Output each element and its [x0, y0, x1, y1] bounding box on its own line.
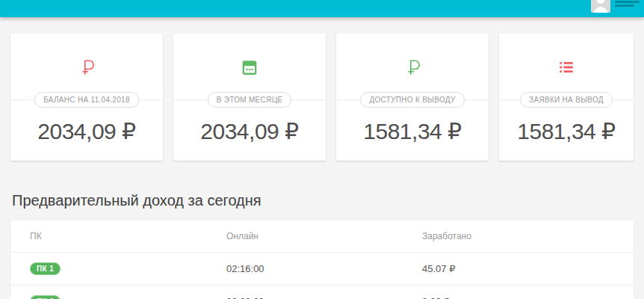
avatar-torso: [594, 7, 607, 13]
earned-cell: 45.07 ₽: [422, 263, 614, 274]
card-value: 1581,34 ₽: [336, 118, 489, 144]
user-menu[interactable]: [591, 0, 640, 13]
calendar-icon: [173, 57, 326, 78]
card-label-badge: ДОСТУПНО К ВЫВОДУ: [360, 92, 464, 108]
col-header-pc: ПК: [30, 231, 226, 241]
card-label-row: БАЛАНС НА 11.04.2018: [10, 90, 163, 108]
card-label-row: В ЭТОМ МЕСЯЦЕ: [173, 90, 326, 108]
ruble-icon: [10, 57, 163, 78]
ruble-icon: [336, 57, 489, 78]
user-avatar-icon[interactable]: [591, 0, 610, 13]
card-withdraw-requests: ЗАЯВКИ НА ВЫВОД 1581,34 ₽: [499, 34, 634, 161]
card-label-badge: В ЭТОМ МЕСЯЦЕ: [208, 92, 292, 108]
earned-cell: 0.00 ₽: [422, 296, 614, 299]
table-header-row: ПК Онлайн Заработано: [10, 221, 634, 253]
card-label-row: ЗАЯВКИ НА ВЫВОД: [499, 90, 634, 108]
col-header-online: Онлайн: [226, 231, 422, 241]
pc-badge: ПК 1: [30, 262, 61, 275]
main-content: БАЛАНС НА 11.04.2018 2034,09 ₽ В ЭТОМ МЕ…: [0, 34, 644, 299]
card-label-badge: ЗАЯВКИ НА ВЫВОД: [520, 92, 613, 108]
card-value: 2034,09 ₽: [10, 118, 163, 144]
card-this-month: В ЭТОМ МЕСЯЦЕ 2034,09 ₽: [173, 34, 326, 161]
card-label-badge: БАЛАНС НА 11.04.2018: [34, 92, 139, 108]
table-row: ПК 2 00:00:00 0.00 ₽: [10, 286, 634, 299]
summary-cards: БАЛАНС НА 11.04.2018 2034,09 ₽ В ЭТОМ МЕ…: [10, 34, 634, 161]
online-cell: 02:16:00: [226, 263, 422, 274]
online-cell: 00:00:00: [226, 296, 422, 299]
card-label-row: ДОСТУПНО К ВЫВОДУ: [336, 90, 489, 108]
card-value: 1581,34 ₽: [499, 118, 634, 144]
avatar-head: [597, 0, 605, 4]
pc-badge: ПК 2: [30, 295, 61, 299]
app-root: БАЛАНС НА 11.04.2018 2034,09 ₽ В ЭТОМ МЕ…: [0, 0, 644, 299]
card-balance: БАЛАНС НА 11.04.2018 2034,09 ₽: [10, 34, 163, 161]
card-available: ДОСТУПНО К ВЫВОДУ 1581,34 ₽: [336, 34, 489, 161]
top-bar: [0, 0, 644, 17]
username-cropped-text: [615, 0, 640, 8]
card-value: 2034,09 ₽: [173, 118, 326, 144]
section-title: Предварительный доход за сегодня: [12, 191, 644, 210]
col-header-earned: Заработано: [422, 231, 614, 241]
table-row: ПК 1 02:16:00 45.07 ₽: [10, 253, 634, 286]
income-table: ПК Онлайн Заработано ПК 1 02:16:00 45.07…: [10, 221, 634, 299]
list-icon: [499, 57, 634, 78]
